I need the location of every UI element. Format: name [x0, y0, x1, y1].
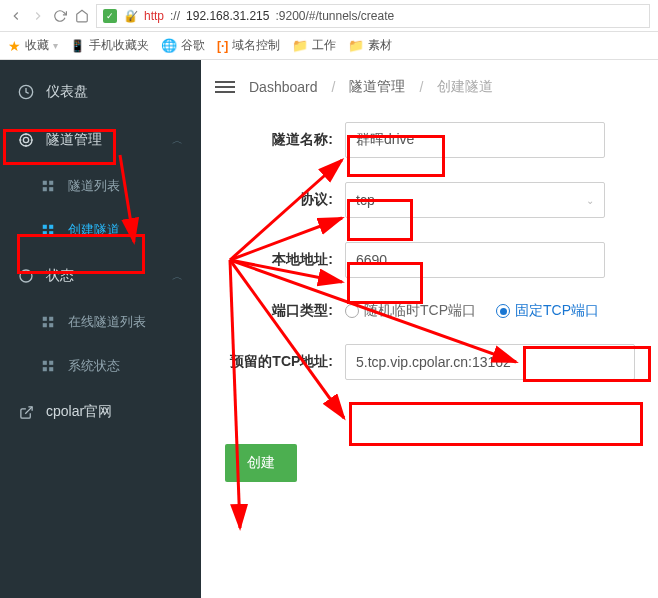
bookmark-google-label: 谷歌 — [181, 37, 205, 54]
sidebar-sub-sys-status[interactable]: 系统状态 — [0, 344, 201, 388]
mobile-icon: 📱 — [70, 39, 85, 53]
grid-icon — [40, 223, 56, 237]
sidebar-item-dashboard[interactable]: 仪表盘 — [0, 68, 201, 116]
browser-navigation-bar: ✓ 🔒̸ http://192.168.31.215:9200/#/tunnel… — [0, 0, 658, 32]
bookmark-material[interactable]: 📁素材 — [348, 37, 392, 54]
sidebar-online-list-label: 在线隧道列表 — [68, 313, 146, 331]
radio-fixed-port[interactable]: 固定TCP端口 — [496, 302, 599, 320]
create-button[interactable]: 创建 — [225, 444, 297, 482]
sidebar-tunnel-create-label: 创建隧道 — [68, 221, 120, 239]
tunnel-name-label: 隧道名称: — [215, 131, 345, 149]
svg-point-1 — [20, 134, 32, 146]
url-scheme: http — [144, 9, 164, 23]
circle-icon — [18, 268, 34, 284]
svg-rect-8 — [49, 181, 53, 185]
bookmark-bar: ★收藏▾ 📱手机收藏夹 🌐谷歌 [·]域名控制 📁工作 📁素材 — [0, 32, 658, 60]
protocol-value: tcp — [356, 192, 375, 208]
chevron-up-icon: ︿ — [172, 269, 183, 284]
svg-point-15 — [20, 270, 32, 282]
crumb-sep: / — [332, 79, 336, 95]
star-icon: ★ — [8, 38, 21, 54]
bookmark-mobile[interactable]: 📱手机收藏夹 — [70, 37, 149, 54]
crumb-create: 创建隧道 — [437, 78, 493, 96]
svg-rect-23 — [49, 367, 53, 371]
svg-rect-21 — [49, 361, 53, 365]
grid-icon — [40, 179, 56, 193]
radio-random-port[interactable]: 随机临时TCP端口 — [345, 302, 476, 320]
radio-fixed-label: 固定TCP端口 — [515, 302, 599, 320]
sidebar-item-tunnels[interactable]: 隧道管理 ︿ — [0, 116, 201, 164]
app-body: 仪表盘 隧道管理 ︿ 隧道列表 创建隧道 状态 ︿ 在线隧道列表 系统状态 — [0, 60, 658, 598]
svg-rect-13 — [43, 231, 47, 235]
svg-rect-18 — [43, 323, 47, 327]
sidebar-tunnel-list-label: 隧道列表 — [68, 177, 120, 195]
bookmark-work[interactable]: 📁工作 — [292, 37, 336, 54]
forward-button[interactable] — [30, 8, 46, 24]
bookmark-mobile-label: 手机收藏夹 — [89, 37, 149, 54]
sidebar-item-status[interactable]: 状态 ︿ — [0, 252, 201, 300]
grid-icon — [40, 315, 56, 329]
sidebar-sub-online-list[interactable]: 在线隧道列表 — [0, 300, 201, 344]
bookmark-google[interactable]: 🌐谷歌 — [161, 37, 205, 54]
main-content: Dashboard / 隧道管理 / 创建隧道 隧道名称: 协议: tcp⌄ 本… — [201, 60, 658, 598]
local-addr-input[interactable] — [345, 242, 605, 278]
local-addr-label: 本地地址: — [215, 251, 345, 269]
bookmark-fav-label: 收藏 — [25, 37, 49, 54]
url-sep: :// — [170, 9, 180, 23]
row-reserved-addr: 预留的TCP地址: — [215, 344, 644, 380]
svg-rect-7 — [43, 181, 47, 185]
row-port-type: 端口类型: 随机临时TCP端口 固定TCP端口 — [215, 302, 644, 320]
reserved-addr-label: 预留的TCP地址: — [215, 353, 345, 371]
protocol-select[interactable]: tcp⌄ — [345, 182, 605, 218]
tunnel-name-input[interactable] — [345, 122, 605, 158]
sidebar-dashboard-label: 仪表盘 — [46, 83, 88, 101]
radio-random-label: 随机临时TCP端口 — [364, 302, 476, 320]
target-icon — [18, 132, 34, 148]
shield-icon: ✓ — [103, 9, 117, 23]
svg-rect-9 — [43, 187, 47, 191]
sidebar-sub-tunnel-list[interactable]: 隧道列表 — [0, 164, 201, 208]
url-host: 192.168.31.215 — [186, 9, 269, 23]
bookmark-domain[interactable]: [·]域名控制 — [217, 37, 280, 54]
gauge-icon — [18, 84, 34, 100]
crumb-tunnels[interactable]: 隧道管理 — [349, 78, 405, 96]
sidebar-status-label: 状态 — [46, 267, 74, 285]
row-tunnel-name: 隧道名称: — [215, 122, 644, 158]
grid-icon — [40, 359, 56, 373]
sidebar: 仪表盘 隧道管理 ︿ 隧道列表 创建隧道 状态 ︿ 在线隧道列表 系统状态 — [0, 60, 201, 598]
radio-icon — [496, 304, 510, 318]
svg-line-24 — [25, 406, 32, 413]
home-button[interactable] — [74, 8, 90, 24]
back-button[interactable] — [8, 8, 24, 24]
bookmark-work-label: 工作 — [312, 37, 336, 54]
sidebar-item-cpolar[interactable]: cpolar官网 — [0, 388, 201, 436]
sidebar-tunnels-label: 隧道管理 — [46, 131, 102, 149]
svg-rect-16 — [43, 317, 47, 321]
svg-rect-19 — [49, 323, 53, 327]
sidebar-sys-status-label: 系统状态 — [68, 357, 120, 375]
bookmark-material-label: 素材 — [368, 37, 392, 54]
svg-rect-17 — [49, 317, 53, 321]
bookmark-fav[interactable]: ★收藏▾ — [8, 37, 58, 54]
svg-rect-22 — [43, 367, 47, 371]
breadcrumb: Dashboard / 隧道管理 / 创建隧道 — [215, 78, 644, 96]
port-type-label: 端口类型: — [215, 302, 345, 320]
svg-rect-11 — [43, 225, 47, 229]
insecure-icon: 🔒̸ — [123, 9, 138, 23]
reserved-addr-input[interactable] — [345, 344, 635, 380]
radio-icon — [345, 304, 359, 318]
external-link-icon — [18, 405, 34, 420]
svg-rect-14 — [49, 231, 53, 235]
svg-rect-10 — [49, 187, 53, 191]
url-bar[interactable]: ✓ 🔒̸ http://192.168.31.215:9200/#/tunnel… — [96, 4, 650, 28]
menu-toggle-icon[interactable] — [215, 81, 235, 93]
crumb-dashboard[interactable]: Dashboard — [249, 79, 318, 95]
reload-button[interactable] — [52, 8, 68, 24]
folder-icon: 📁 — [348, 38, 364, 53]
row-protocol: 协议: tcp⌄ — [215, 182, 644, 218]
protocol-label: 协议: — [215, 191, 345, 209]
url-path: :9200/#/tunnels/create — [275, 9, 394, 23]
sidebar-cpolar-label: cpolar官网 — [46, 403, 112, 421]
sidebar-sub-tunnel-create[interactable]: 创建隧道 — [0, 208, 201, 252]
svg-rect-20 — [43, 361, 47, 365]
